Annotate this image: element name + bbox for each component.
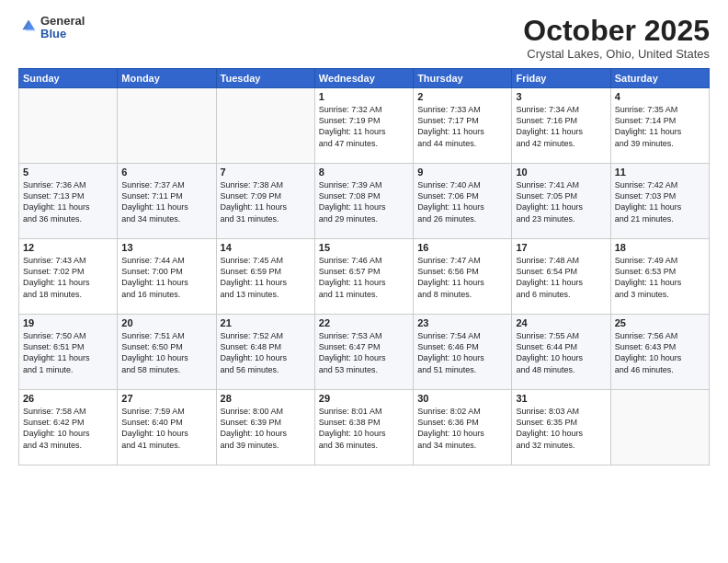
day-info: Sunrise: 7:34 AM Sunset: 7:16 PM Dayligh…	[516, 104, 606, 149]
weekday-header-saturday: Saturday	[610, 69, 709, 88]
header: General Blue October 2025 Crystal Lakes,…	[18, 15, 710, 61]
weekday-header-thursday: Thursday	[414, 69, 512, 88]
day-info: Sunrise: 7:50 AM Sunset: 6:51 PM Dayligh…	[23, 330, 113, 375]
day-number: 8	[319, 167, 409, 178]
calendar-cell: 6Sunrise: 7:37 AM Sunset: 7:11 PM Daylig…	[118, 164, 216, 239]
calendar-cell: 14Sunrise: 7:45 AM Sunset: 6:59 PM Dayli…	[216, 239, 314, 315]
calendar-cell: 21Sunrise: 7:52 AM Sunset: 6:48 PM Dayli…	[216, 315, 314, 390]
calendar-table: SundayMondayTuesdayWednesdayThursdayFrid…	[18, 68, 710, 465]
day-number: 13	[121, 242, 211, 253]
day-info: Sunrise: 7:35 AM Sunset: 7:14 PM Dayligh…	[615, 104, 705, 149]
day-number: 15	[319, 242, 409, 253]
day-info: Sunrise: 7:43 AM Sunset: 7:02 PM Dayligh…	[23, 255, 113, 300]
day-number: 10	[516, 167, 606, 178]
calendar-cell: 9Sunrise: 7:40 AM Sunset: 7:06 PM Daylig…	[414, 164, 512, 239]
calendar-cell	[216, 88, 314, 164]
calendar-cell: 11Sunrise: 7:42 AM Sunset: 7:03 PM Dayli…	[610, 164, 709, 239]
day-info: Sunrise: 7:48 AM Sunset: 6:54 PM Dayligh…	[516, 255, 606, 300]
day-number: 23	[417, 317, 507, 328]
day-info: Sunrise: 7:39 AM Sunset: 7:08 PM Dayligh…	[319, 179, 409, 224]
day-number: 1	[319, 91, 409, 102]
day-info: Sunrise: 7:59 AM Sunset: 6:40 PM Dayligh…	[121, 406, 211, 451]
day-number: 28	[221, 393, 311, 404]
day-number: 17	[516, 242, 606, 253]
calendar-cell: 27Sunrise: 7:59 AM Sunset: 6:40 PM Dayli…	[118, 390, 216, 465]
day-info: Sunrise: 7:49 AM Sunset: 6:53 PM Dayligh…	[615, 255, 705, 300]
calendar-cell: 19Sunrise: 7:50 AM Sunset: 6:51 PM Dayli…	[19, 315, 118, 390]
calendar-cell: 16Sunrise: 7:47 AM Sunset: 6:56 PM Dayli…	[414, 239, 512, 315]
day-number: 22	[319, 317, 409, 328]
day-info: Sunrise: 7:38 AM Sunset: 7:09 PM Dayligh…	[221, 179, 311, 224]
day-info: Sunrise: 7:32 AM Sunset: 7:19 PM Dayligh…	[319, 104, 409, 149]
day-info: Sunrise: 7:52 AM Sunset: 6:48 PM Dayligh…	[221, 330, 311, 375]
day-info: Sunrise: 7:46 AM Sunset: 6:57 PM Dayligh…	[319, 255, 409, 300]
calendar-cell: 29Sunrise: 8:01 AM Sunset: 6:38 PM Dayli…	[314, 390, 413, 465]
calendar-cell: 31Sunrise: 8:03 AM Sunset: 6:35 PM Dayli…	[512, 390, 610, 465]
day-number: 16	[417, 242, 507, 253]
calendar-cell: 8Sunrise: 7:39 AM Sunset: 7:08 PM Daylig…	[314, 164, 413, 239]
calendar-cell: 15Sunrise: 7:46 AM Sunset: 6:57 PM Dayli…	[314, 239, 413, 315]
calendar-cell: 26Sunrise: 7:58 AM Sunset: 6:42 PM Dayli…	[19, 390, 118, 465]
calendar-week-2: 5Sunrise: 7:36 AM Sunset: 7:13 PM Daylig…	[19, 164, 710, 239]
calendar-cell: 22Sunrise: 7:53 AM Sunset: 6:47 PM Dayli…	[314, 315, 413, 390]
calendar-week-4: 19Sunrise: 7:50 AM Sunset: 6:51 PM Dayli…	[19, 315, 710, 390]
calendar-cell: 7Sunrise: 7:38 AM Sunset: 7:09 PM Daylig…	[216, 164, 314, 239]
location: Crystal Lakes, Ohio, United States	[523, 47, 710, 61]
day-number: 26	[23, 393, 113, 404]
day-number: 25	[615, 317, 705, 328]
day-info: Sunrise: 7:51 AM Sunset: 6:50 PM Dayligh…	[121, 330, 211, 375]
calendar-cell	[19, 88, 118, 164]
day-number: 4	[615, 91, 705, 102]
day-info: Sunrise: 7:44 AM Sunset: 7:00 PM Dayligh…	[121, 255, 211, 300]
weekday-header-friday: Friday	[512, 69, 610, 88]
day-number: 6	[121, 167, 211, 178]
day-info: Sunrise: 7:37 AM Sunset: 7:11 PM Dayligh…	[121, 179, 211, 224]
day-info: Sunrise: 7:54 AM Sunset: 6:46 PM Dayligh…	[417, 330, 507, 375]
page: General Blue October 2025 Crystal Lakes,…	[0, 0, 728, 563]
calendar-cell	[118, 88, 216, 164]
day-info: Sunrise: 7:41 AM Sunset: 7:05 PM Dayligh…	[516, 179, 606, 224]
logo-blue: Blue	[40, 28, 85, 40]
day-info: Sunrise: 7:33 AM Sunset: 7:17 PM Dayligh…	[417, 104, 507, 149]
weekday-header-wednesday: Wednesday	[314, 69, 413, 88]
calendar-cell: 25Sunrise: 7:56 AM Sunset: 6:43 PM Dayli…	[610, 315, 709, 390]
day-info: Sunrise: 7:45 AM Sunset: 6:59 PM Dayligh…	[221, 255, 311, 300]
day-info: Sunrise: 7:36 AM Sunset: 7:13 PM Dayligh…	[23, 179, 113, 224]
calendar-cell: 23Sunrise: 7:54 AM Sunset: 6:46 PM Dayli…	[414, 315, 512, 390]
day-info: Sunrise: 8:03 AM Sunset: 6:35 PM Dayligh…	[516, 406, 606, 451]
calendar-cell: 17Sunrise: 7:48 AM Sunset: 6:54 PM Dayli…	[512, 239, 610, 315]
month-title: October 2025	[523, 15, 710, 47]
day-info: Sunrise: 8:02 AM Sunset: 6:36 PM Dayligh…	[417, 406, 507, 451]
logo: General Blue	[18, 15, 85, 41]
calendar-cell: 3Sunrise: 7:34 AM Sunset: 7:16 PM Daylig…	[512, 88, 610, 164]
calendar-cell: 1Sunrise: 7:32 AM Sunset: 7:19 PM Daylig…	[314, 88, 413, 164]
day-info: Sunrise: 7:58 AM Sunset: 6:42 PM Dayligh…	[23, 406, 113, 451]
day-info: Sunrise: 8:00 AM Sunset: 6:39 PM Dayligh…	[221, 406, 311, 451]
logo-general: General	[40, 15, 85, 28]
day-info: Sunrise: 7:56 AM Sunset: 6:43 PM Dayligh…	[615, 330, 705, 375]
day-number: 20	[121, 317, 211, 328]
calendar-cell: 30Sunrise: 8:02 AM Sunset: 6:36 PM Dayli…	[414, 390, 512, 465]
day-number: 18	[615, 242, 705, 253]
day-number: 9	[417, 167, 507, 178]
day-number: 7	[221, 167, 311, 178]
calendar-cell: 18Sunrise: 7:49 AM Sunset: 6:53 PM Dayli…	[610, 239, 709, 315]
weekday-header-tuesday: Tuesday	[216, 69, 314, 88]
day-number: 21	[221, 317, 311, 328]
day-number: 29	[319, 393, 409, 404]
day-number: 11	[615, 167, 705, 178]
calendar-cell: 2Sunrise: 7:33 AM Sunset: 7:17 PM Daylig…	[414, 88, 512, 164]
weekday-header-sunday: Sunday	[19, 69, 118, 88]
calendar-cell: 12Sunrise: 7:43 AM Sunset: 7:02 PM Dayli…	[19, 239, 118, 315]
day-number: 27	[121, 393, 211, 404]
title-block: October 2025 Crystal Lakes, Ohio, United…	[523, 15, 710, 61]
calendar-cell	[610, 390, 709, 465]
day-number: 3	[516, 91, 606, 102]
day-number: 12	[23, 242, 113, 253]
day-number: 31	[516, 393, 606, 404]
calendar-cell: 10Sunrise: 7:41 AM Sunset: 7:05 PM Dayli…	[512, 164, 610, 239]
day-info: Sunrise: 7:53 AM Sunset: 6:47 PM Dayligh…	[319, 330, 409, 375]
day-info: Sunrise: 7:42 AM Sunset: 7:03 PM Dayligh…	[615, 179, 705, 224]
calendar-cell: 4Sunrise: 7:35 AM Sunset: 7:14 PM Daylig…	[610, 88, 709, 164]
day-info: Sunrise: 8:01 AM Sunset: 6:38 PM Dayligh…	[319, 406, 409, 451]
